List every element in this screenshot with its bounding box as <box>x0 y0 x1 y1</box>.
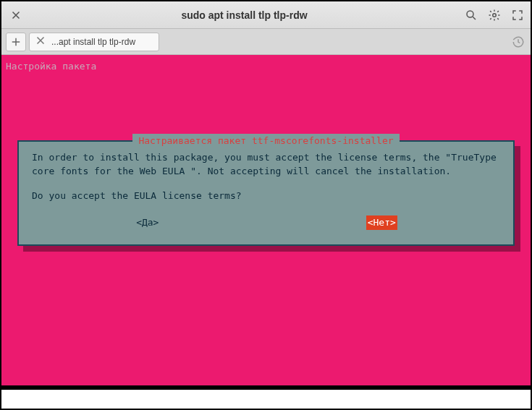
tab-bar: ...apt install tlp tlp-rdw <box>1 29 531 55</box>
close-window-button[interactable] <box>7 7 25 24</box>
tab-close-button[interactable] <box>34 34 47 49</box>
eula-dialog: Настраивается пакет ttf-mscorefonts-inst… <box>17 140 515 246</box>
close-icon <box>34 34 47 47</box>
terminal-tab[interactable]: ...apt install tlp tlp-rdw <box>29 33 159 51</box>
dialog-body-text: In order to install this package, you mu… <box>32 150 500 179</box>
titlebar-actions <box>464 8 525 22</box>
fullscreen-button[interactable] <box>510 8 525 22</box>
search-icon <box>465 9 478 22</box>
terminal-area[interactable]: Настройка пакета Настраивается пакет ttf… <box>1 55 531 385</box>
svg-point-0 <box>467 11 473 17</box>
history-button[interactable] <box>510 34 526 50</box>
plus-icon <box>9 35 22 48</box>
window-title: sudo apt install tlp tlp-rdw <box>25 9 464 21</box>
package-config-header: Настройка пакета <box>4 58 528 75</box>
history-icon <box>512 35 525 48</box>
tab-label: ...apt install tlp tlp-rdw <box>51 37 135 47</box>
window-titlebar: sudo apt install tlp tlp-rdw <box>1 1 531 29</box>
dialog-question: Do you accept the EULA license terms? <box>32 189 500 203</box>
no-button[interactable]: <Нет> <box>366 215 397 230</box>
expand-icon <box>511 9 524 22</box>
gear-icon <box>488 9 501 22</box>
search-button[interactable] <box>464 8 478 22</box>
dialog-title: Настраивается пакет ttf-mscorefonts-inst… <box>132 134 399 148</box>
svg-point-1 <box>493 13 497 17</box>
settings-button[interactable] <box>487 8 502 22</box>
bottom-border <box>1 385 531 409</box>
close-icon <box>9 9 22 22</box>
new-tab-button[interactable] <box>6 33 26 51</box>
yes-button[interactable]: <Да> <box>135 215 160 230</box>
